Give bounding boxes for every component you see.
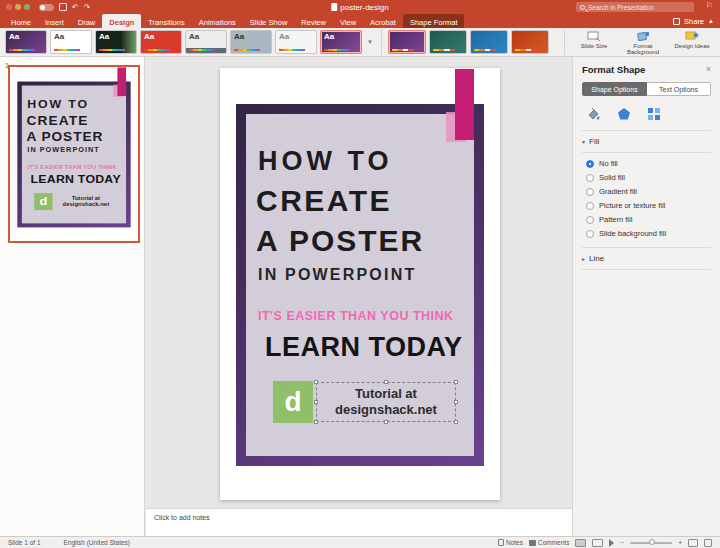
slide-editing-surface[interactable]: HOW TO CREATE A POSTER IN POWERPOINT IT'… [220,68,500,500]
search-icon [580,5,585,10]
tab-transitions[interactable]: Transitions [141,14,191,28]
variant-palette-dots [392,49,414,51]
ribbon-tape-dark-shape[interactable] [455,69,474,140]
theme-palette-dots [234,49,260,51]
selection-handle[interactable] [384,380,388,384]
designshack-logo[interactable]: d [273,381,313,423]
selection-handle[interactable] [314,420,318,424]
variant-thumbnail-selected[interactable] [388,30,426,54]
comments-toggle-label: Comments [538,539,569,546]
share-button[interactable]: Share ▲ [673,14,716,28]
notes-pane[interactable]: Click to add notes [146,508,572,536]
variant-thumbnail-orange[interactable] [511,30,549,54]
variant-thumbnail-blue[interactable] [470,30,508,54]
share-label: Share [684,17,704,26]
poster-title-line1: HOW TO [27,98,88,110]
effects-icon[interactable] [617,107,631,121]
size-properties-icon[interactable] [647,107,661,121]
variant-thumbnail-teal[interactable] [429,30,467,54]
line-section-header[interactable]: ▸ Line [582,248,711,270]
tab-view[interactable]: View [333,14,363,28]
selection-handle[interactable] [454,420,458,424]
notifications-icon[interactable]: ⚐ [706,1,713,10]
poster-title-line1[interactable]: HOW TO [258,146,393,177]
selection-handle[interactable] [314,380,318,384]
tab-animations[interactable]: Animations [192,14,243,28]
theme-thumbnail-7[interactable]: Aa [275,30,317,54]
autosave-toggle[interactable] [39,4,54,11]
language-selector[interactable]: English (United States) [64,539,130,546]
radio-solid-fill[interactable]: Solid fill [586,173,711,182]
tab-slide-show[interactable]: Slide Show [243,14,295,28]
theme-thumbnail-selected[interactable]: Aa [320,30,362,54]
theme-sample-text: Aa [9,32,19,41]
design-ribbon: Aa Aa Aa Aa Aa Aa Aa Aa ▼ Slide Size For… [0,28,720,57]
notes-toggle-button[interactable]: Notes [498,539,523,546]
design-ideas-button[interactable]: Design Ideas [669,29,715,50]
radio-icon [586,188,594,196]
collapse-ribbon-icon[interactable]: ▲ [708,18,714,24]
fill-bucket-icon[interactable] [586,107,601,121]
poster-title-line4[interactable]: IN POWERPOINT [258,266,416,284]
poster-cta[interactable]: LEARN TODAY [265,332,463,363]
ribbon-separator [381,29,382,55]
slide-size-label: Slide Size [581,43,608,50]
zoom-slider[interactable] [630,542,672,544]
theme-thumbnail-6[interactable]: Aa [230,30,272,54]
zoom-out-button[interactable]: − [620,539,624,546]
theme-sample-text: Aa [54,32,64,41]
zoom-window-button[interactable] [24,4,30,10]
poster-credit-textbox-selected[interactable]: Tutorial at designshack.net [316,382,456,422]
tab-insert[interactable]: Insert [38,14,71,28]
slide-sorter-view-button[interactable] [592,539,603,547]
tab-acrobat[interactable]: Acrobat [363,14,403,28]
theme-thumbnail-2[interactable]: Aa [50,30,92,54]
radio-picture-texture-fill[interactable]: Picture or texture fill [586,201,711,210]
theme-thumbnail-3[interactable]: Aa [95,30,137,54]
theme-thumbnail-1[interactable]: Aa [5,30,47,54]
normal-view-button[interactable] [575,539,586,547]
full-screen-button[interactable] [704,539,712,547]
slide-1-thumbnail[interactable]: HOW TO CREATE A POSTER IN POWERPOINT IT'… [8,65,140,243]
fit-slide-to-window-button[interactable] [688,539,698,547]
tab-shape-options[interactable]: Shape Options [582,82,647,96]
theme-sample-text: Aa [279,32,289,41]
undo-icon[interactable]: ↶ [72,3,79,12]
redo-icon[interactable]: ↷ [84,3,91,12]
comments-toggle-button[interactable]: Comments [529,539,569,546]
close-panel-icon[interactable]: × [706,65,711,74]
poster-tagline[interactable]: IT'S EASIER THAN YOU THINK [258,309,454,323]
format-background-button[interactable]: Format Background [620,29,666,56]
close-window-button[interactable] [6,4,12,10]
search-input[interactable]: Search in Presentation [576,2,694,12]
tab-text-options[interactable]: Text Options [647,82,711,96]
selection-handle[interactable] [384,420,388,424]
slide-size-button[interactable]: Slide Size [571,29,617,50]
tab-home[interactable]: Home [4,14,38,28]
zoom-slider-knob[interactable] [649,539,655,545]
tab-draw[interactable]: Draw [71,14,103,28]
theme-thumbnail-5[interactable]: Aa [185,30,227,54]
selection-handle[interactable] [454,380,458,384]
theme-gallery-dropdown-icon[interactable]: ▼ [365,30,375,54]
tab-review[interactable]: Review [294,14,333,28]
minimize-window-button[interactable] [15,4,21,10]
save-icon[interactable] [59,3,67,11]
radio-gradient-fill[interactable]: Gradient fill [586,187,711,196]
tab-design[interactable]: Design [102,14,141,28]
zoom-in-button[interactable]: + [678,539,682,546]
radio-pattern-fill[interactable]: Pattern fill [586,215,711,224]
document-title: poster-design [331,3,388,12]
fill-section-header[interactable]: ▾ Fill [582,131,711,153]
radio-no-fill[interactable]: No fill [586,159,711,168]
selection-handle[interactable] [454,400,458,404]
theme-thumbnail-4[interactable]: Aa [140,30,182,54]
poster-title-line3[interactable]: A POSTER [256,224,424,258]
tab-shape-format[interactable]: Shape Format [403,14,465,28]
ribbon-right-group: Slide Size Format Background Design Idea… [561,29,715,56]
selection-handle[interactable] [314,400,318,404]
radio-slide-background-fill[interactable]: Slide background fill [586,229,711,238]
powerpoint-window: ↶ ↷ poster-design Search in Presentation… [0,0,720,548]
slideshow-play-button[interactable] [609,539,614,547]
poster-title-line2[interactable]: CREATE [256,184,392,218]
